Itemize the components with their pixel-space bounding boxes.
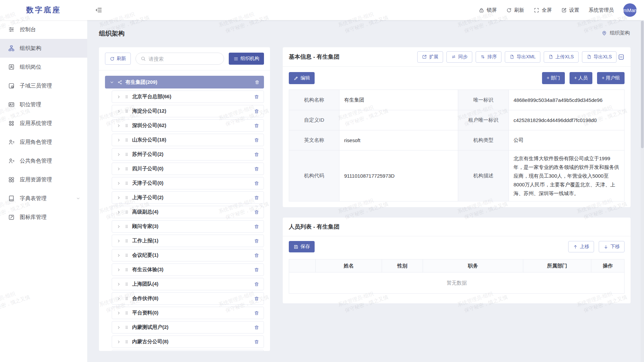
chevron-right-icon[interactable] [116,109,121,114]
drag-handle-icon[interactable] [124,209,129,215]
delete-icon[interactable] [255,80,260,85]
chevron-right-icon[interactable] [116,239,121,243]
tree-item[interactable]: 高级副总(4) [112,206,264,218]
sidebar-item-app-system[interactable]: 应用系统管理 [0,114,87,133]
delete-icon[interactable] [254,325,259,330]
chevron-right-icon[interactable] [116,138,121,142]
sidebar-item-icon-library[interactable]: 图标库管理 [0,208,87,227]
sort-button[interactable]: 排序 [476,51,501,63]
drag-handle-icon[interactable] [124,325,129,330]
chevron-right-icon[interactable] [116,253,121,258]
drag-handle-icon[interactable] [124,109,129,114]
upload-xls-button[interactable]: 上传XLS [544,51,578,63]
tree-item[interactable]: 会议纪要(1) [112,249,264,261]
chevron-right-icon[interactable] [116,152,121,157]
tree-item[interactable]: 内蒙测试用户(2) [112,321,264,334]
sidebar-item-console[interactable]: 控制台 [0,20,87,39]
add-department-button[interactable]: + 部门 [542,72,565,84]
sidebar-item-org-structure[interactable]: 组织架构 [0,39,87,58]
edit-button[interactable]: 编辑 [289,72,315,84]
save-button[interactable]: 保存 [289,241,315,252]
fullscreen-button[interactable]: 全屏 [534,7,552,13]
tree-item[interactable]: 四川子公司(0) [112,163,264,175]
tree-item[interactable]: 深圳分公司(62) [112,119,264,132]
chevron-right-icon[interactable] [116,195,121,200]
tree-item[interactable]: 工作上报(1) [112,235,264,247]
settings-button[interactable]: 设置 [561,7,579,13]
scrollbar-thumb[interactable] [641,21,644,148]
delete-icon[interactable] [254,109,259,114]
drag-handle-icon[interactable] [124,94,129,99]
sidebar-item-public-role[interactable]: 公共角色管理 [0,152,87,170]
drag-handle-icon[interactable] [124,181,129,186]
export-xls-button[interactable]: 导出XLS [582,51,616,63]
chevron-right-icon[interactable] [116,267,121,272]
delete-icon[interactable] [254,296,259,301]
drag-handle-icon[interactable] [124,238,129,243]
chevron-right-icon[interactable] [116,123,121,128]
delete-icon[interactable] [254,310,259,316]
delete-icon[interactable] [254,181,259,186]
delete-icon[interactable] [254,339,259,345]
delete-icon[interactable] [254,224,259,229]
org-structure-button[interactable]: 组织机构 [229,53,264,65]
drag-handle-icon[interactable] [124,195,129,200]
tree-item[interactable]: 顾问专家(3) [112,220,264,233]
chevron-right-icon[interactable] [116,95,121,99]
add-person-button[interactable]: + 人员 [570,72,592,84]
delete-icon[interactable] [254,195,259,200]
lock-button[interactable]: 锁屏 [479,7,497,13]
tree-search-input[interactable] [149,56,219,62]
tree-item[interactable]: 天津子公司(0) [112,177,264,189]
chevron-right-icon[interactable] [116,210,121,215]
chevron-right-icon[interactable] [116,311,121,315]
chevron-right-icon[interactable] [116,167,121,171]
sidebar-item-position[interactable]: 职位管理 [0,95,87,114]
tree-root-item[interactable]: 有生集团(209) [105,76,264,88]
move-up-button[interactable]: 上移 [568,241,594,252]
drag-handle-icon[interactable] [124,137,129,142]
move-down-button[interactable]: 下移 [599,241,625,252]
drag-handle-icon[interactable] [124,166,129,171]
delete-icon[interactable] [254,238,259,244]
current-user-label[interactable]: 系统管理员 [589,7,614,13]
tree-item[interactable]: 上海子公司(2) [112,191,264,204]
drag-handle-icon[interactable] [124,282,129,287]
drag-handle-icon[interactable] [124,267,129,272]
chevron-right-icon[interactable] [116,282,121,287]
delete-icon[interactable] [254,267,259,273]
sync-button[interactable]: 同步 [446,51,472,63]
tree-refresh-button[interactable]: 刷新 [105,53,131,65]
expand-button[interactable]: 扩展 [417,51,443,63]
sidebar-item-app-resource[interactable]: 应用资源管理 [0,170,87,189]
sidebar-item-org-post[interactable]: 组织岗位 [0,58,87,76]
tree-item[interactable]: 北京平台总部(66) [112,90,264,103]
delete-icon[interactable] [254,94,259,100]
add-user-group-button[interactable]: + 用户组 [597,72,625,84]
tree-item[interactable]: 合作伙伴(8) [112,292,264,305]
drag-handle-icon[interactable] [124,152,129,157]
tree-item[interactable]: 海淀分公司(12) [112,105,264,117]
tree-item[interactable]: 管理员组(9) [112,350,264,351]
tree-item[interactable]: 有生云体验(3) [112,263,264,276]
chevron-right-icon[interactable] [116,340,121,344]
delete-icon[interactable] [254,253,259,258]
chevron-right-icon[interactable] [116,224,121,229]
menu-fold-icon[interactable] [95,6,102,14]
drag-handle-icon[interactable] [124,123,129,128]
collapse-panel-icon[interactable] [618,54,625,60]
sidebar-item-app-role[interactable]: 应用角色管理 [0,133,87,152]
delete-icon[interactable] [254,152,259,157]
drag-handle-icon[interactable] [124,224,129,229]
chevron-right-icon[interactable] [116,181,121,186]
page-scrollbar[interactable] [641,20,644,362]
tree-item[interactable]: 山东分公司(18) [112,134,264,146]
tree-item[interactable]: 苏州子公司(2) [112,148,264,161]
delete-icon[interactable] [254,137,259,143]
drag-handle-icon[interactable] [124,310,129,315]
drag-handle-icon[interactable] [124,296,129,301]
drag-handle-icon[interactable] [124,339,129,344]
tree-item[interactable]: 内蒙古分公司(8) [112,336,264,348]
sidebar-item-dictionary[interactable]: 字典表管理 [0,189,87,208]
tree-item[interactable]: 上海团队(4) [112,278,264,290]
